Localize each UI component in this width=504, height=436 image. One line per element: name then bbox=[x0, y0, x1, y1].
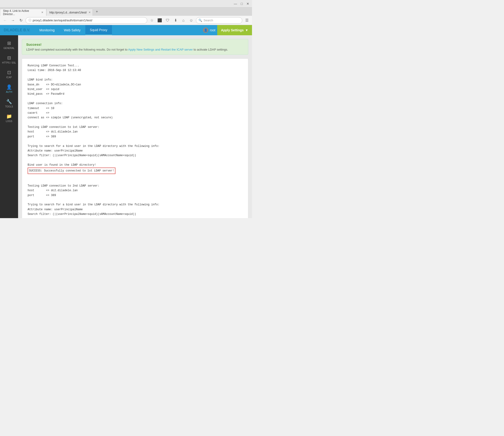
tab-2-label: http://proxy1.d...domain/1/test/ bbox=[49, 11, 87, 14]
main-content: Success! LDAP test completed successfull… bbox=[18, 35, 252, 218]
output-line: Attribute name: userPrincipalName bbox=[27, 148, 243, 153]
success-text-after: to activate LDAP settings. bbox=[193, 48, 228, 51]
sidebar-label-icap: ICAP bbox=[6, 76, 12, 79]
url-bar[interactable]: ⓘ proxy1.diladele.lan/squid/auth/domain/… bbox=[26, 17, 147, 24]
tab-2-close[interactable]: ✕ bbox=[89, 11, 91, 14]
forward-button[interactable]: → bbox=[10, 17, 16, 24]
sidebar-label-tools: TOOLS bbox=[5, 105, 13, 108]
maximize-button[interactable]: □ bbox=[241, 2, 243, 6]
sidebar-label-general: GENERAL bbox=[3, 47, 15, 49]
output-line bbox=[27, 97, 243, 101]
app-header: DILADELE B.V. Monitoring Web Safety Squi… bbox=[0, 25, 252, 35]
sidebar-item-https-ssl[interactable]: ⊟ HTTPS / SSL bbox=[0, 52, 18, 67]
main-nav: Monitoring Web Safety Squid Proxy bbox=[35, 25, 112, 35]
apply-settings-button[interactable]: Apply Settings ▼ bbox=[217, 25, 252, 35]
nav-squidproxy[interactable]: Squid Proxy bbox=[85, 25, 112, 35]
bookmark-icon[interactable]: ☆ bbox=[149, 17, 155, 24]
output-line: Trying to search for a bind user in the … bbox=[27, 202, 243, 207]
output-line: Attribute name: userPrincipalName bbox=[27, 207, 243, 212]
tab-1-close[interactable]: ✕ bbox=[41, 11, 43, 14]
output-line bbox=[27, 158, 243, 163]
output-line: port => 389 bbox=[27, 193, 243, 198]
brand-logo: DILADELE B.V. bbox=[4, 28, 30, 32]
output-line bbox=[27, 198, 243, 202]
shield-icon[interactable]: 🛡 bbox=[164, 17, 171, 24]
output-line: cacert => bbox=[27, 111, 243, 115]
search-bar[interactable]: 🔍 Search bbox=[196, 17, 242, 24]
output-line: Testing LDAP connection to 1st LDAP serv… bbox=[27, 125, 243, 130]
output-line bbox=[27, 73, 243, 77]
info-icon: ⓘ bbox=[28, 18, 31, 22]
output-line: host => dc1.diladele.lan bbox=[27, 130, 243, 134]
icap-icon: ⊡ bbox=[7, 70, 11, 75]
user-area: 👤 root bbox=[203, 27, 215, 33]
minimize-button[interactable]: — bbox=[234, 2, 237, 6]
header-right: 👤 root Apply Settings ▼ bbox=[203, 25, 252, 35]
output-line: Search filter: (|(userPrincipalName=squi… bbox=[27, 212, 243, 216]
general-icon: ⊞ bbox=[7, 40, 11, 46]
output-line: connect as => simple LDAP (unencrypted, … bbox=[27, 115, 243, 120]
success-text: LDAP test completed successfully with th… bbox=[26, 48, 244, 51]
sidebar-item-auth[interactable]: 👤 AUTH bbox=[0, 82, 18, 96]
output-line bbox=[27, 139, 243, 144]
output-panel: Running LDAP Connection Test...Local tim… bbox=[22, 58, 248, 218]
output-line: host => dc2.diladele.lan bbox=[27, 188, 243, 193]
dropdown-chevron-icon: ▼ bbox=[245, 28, 248, 32]
output-line: Trying to search for a bind user in the … bbox=[27, 144, 243, 148]
success-text-before: LDAP test completed successfully with th… bbox=[26, 48, 128, 51]
sidebar: ⊞ GENERAL ⊟ HTTPS / SSL ⊡ ICAP 👤 AUTH 🔧 … bbox=[0, 35, 18, 218]
back-button[interactable]: ← bbox=[2, 17, 8, 24]
output-line: Bind user is found in the LDAP directory… bbox=[27, 163, 243, 167]
auth-icon: 👤 bbox=[6, 84, 12, 90]
output-line: bind_pass => Passw0rd bbox=[27, 92, 243, 96]
nav-websafety[interactable]: Web Safety bbox=[59, 25, 85, 35]
output-line: LDAP bind info: bbox=[27, 77, 243, 82]
output-line: bind_user => squid bbox=[27, 87, 243, 92]
home-icon[interactable]: ⌂ bbox=[180, 17, 187, 24]
titlebar: — □ ✕ bbox=[0, 0, 252, 8]
url-text: proxy1.diladele.lan/squid/auth/domain/1/… bbox=[33, 19, 144, 22]
sidebar-label-logs: LOGS bbox=[6, 120, 12, 122]
menu-button[interactable]: ☰ bbox=[244, 17, 250, 24]
tab-2[interactable]: http://proxy1.d...domain/1/test/ ✕ bbox=[46, 9, 93, 16]
output-line bbox=[27, 217, 243, 218]
output-line bbox=[27, 179, 243, 183]
tab-1[interactable]: Step 4. Link to Active Director... ✕ bbox=[0, 9, 46, 16]
output-line: port => 389 bbox=[27, 134, 243, 139]
search-icon: 🔍 bbox=[198, 19, 202, 22]
brand-text: DILADELE B.V. bbox=[4, 28, 30, 32]
success-title: Success! bbox=[26, 42, 244, 46]
nav-monitoring[interactable]: Monitoring bbox=[35, 25, 59, 35]
output-line: Running LDAP Connection Test... bbox=[27, 63, 243, 68]
success-box: SUCCESS: Successfully connected to 1st L… bbox=[27, 167, 116, 174]
sidebar-item-general[interactable]: ⊞ GENERAL bbox=[0, 37, 18, 52]
output-line: Testing LDAP connection to 2nd LDAP serv… bbox=[27, 184, 243, 188]
output-line: timeout => 10 bbox=[27, 106, 243, 111]
output-line: SUCCESS: Successfully connected to 1st L… bbox=[27, 167, 243, 174]
username: root bbox=[210, 28, 215, 32]
sidebar-item-logs[interactable]: 📁 LOGS bbox=[0, 111, 18, 125]
success-link[interactable]: Apply New Settings and Restart the ICAP … bbox=[128, 48, 193, 51]
sidebar-item-tools[interactable]: 🔧 TOOLS bbox=[0, 96, 18, 111]
sidebar-label-auth: AUTH bbox=[6, 91, 12, 93]
https-ssl-icon: ⊟ bbox=[7, 55, 11, 61]
new-tab-button[interactable]: + bbox=[94, 9, 100, 15]
user-icon[interactable]: ☺ bbox=[188, 17, 195, 24]
output-line: Search filter: (|(userPrincipalName=squi… bbox=[27, 153, 243, 158]
output-line bbox=[27, 120, 243, 125]
success-banner: Success! LDAP test completed successfull… bbox=[22, 39, 248, 55]
refresh-button[interactable]: ↻ bbox=[18, 17, 24, 24]
close-button[interactable]: ✕ bbox=[246, 2, 249, 6]
tab-1-label: Step 4. Link to Active Director... bbox=[3, 9, 39, 16]
window-controls: — □ ✕ bbox=[234, 2, 249, 6]
pocket-icon[interactable]: ⬛ bbox=[156, 17, 163, 24]
output-line: LDAP connection info: bbox=[27, 101, 243, 106]
download-icon[interactable]: ⬇ bbox=[172, 17, 179, 24]
search-placeholder: Search bbox=[204, 19, 213, 22]
addressbar: ← → ↻ ⓘ proxy1.diladele.lan/squid/auth/d… bbox=[0, 16, 252, 25]
logs-icon: 📁 bbox=[6, 113, 12, 119]
sidebar-item-icap[interactable]: ⊡ ICAP bbox=[0, 67, 18, 82]
output-line: Local time: 2016-Sep-18 12:13:40 bbox=[27, 68, 243, 73]
app-body: ⊞ GENERAL ⊟ HTTPS / SSL ⊡ ICAP 👤 AUTH 🔧 … bbox=[0, 35, 252, 218]
tools-icon: 🔧 bbox=[6, 99, 12, 104]
